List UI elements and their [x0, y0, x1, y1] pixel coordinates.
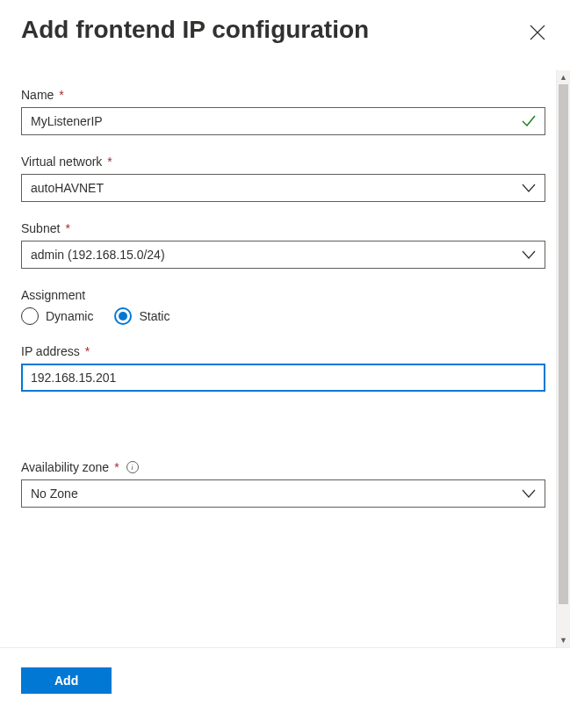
- vnet-dropdown[interactable]: autoHAVNET: [21, 174, 545, 202]
- close-icon: [530, 25, 545, 40]
- availability-zone-dropdown[interactable]: No Zone: [21, 479, 545, 508]
- add-button[interactable]: Add: [21, 667, 112, 694]
- vnet-label: Virtual network*: [21, 155, 545, 169]
- required-marker: *: [114, 460, 119, 474]
- assignment-label: Assignment: [21, 288, 545, 302]
- name-label: Name*: [21, 88, 545, 102]
- scroll-up-icon: ▲: [557, 70, 570, 84]
- required-marker: *: [59, 88, 63, 102]
- close-button[interactable]: [526, 21, 549, 47]
- required-marker: *: [65, 221, 69, 235]
- required-marker: *: [85, 344, 90, 358]
- info-icon[interactable]: i: [126, 461, 139, 473]
- page-title: Add frontend IP configuration: [21, 16, 369, 44]
- assignment-radio-static[interactable]: Static: [114, 307, 170, 325]
- scrollbar[interactable]: ▲ ▼: [556, 70, 570, 647]
- subnet-label: Subnet*: [21, 221, 545, 235]
- assignment-radio-dynamic[interactable]: Dynamic: [21, 307, 93, 325]
- ip-address-input[interactable]: [21, 364, 545, 392]
- scroll-thumb[interactable]: [559, 84, 568, 604]
- name-input[interactable]: [21, 107, 545, 135]
- scroll-down-icon: ▼: [557, 633, 570, 647]
- required-marker: *: [107, 155, 112, 169]
- check-icon: [521, 113, 537, 129]
- radio-icon: [21, 307, 39, 325]
- availability-zone-label: Availability zone* i: [21, 460, 545, 474]
- ip-address-label: IP address*: [21, 344, 545, 358]
- radio-icon: [114, 307, 132, 325]
- subnet-dropdown[interactable]: admin (192.168.15.0/24): [21, 241, 545, 269]
